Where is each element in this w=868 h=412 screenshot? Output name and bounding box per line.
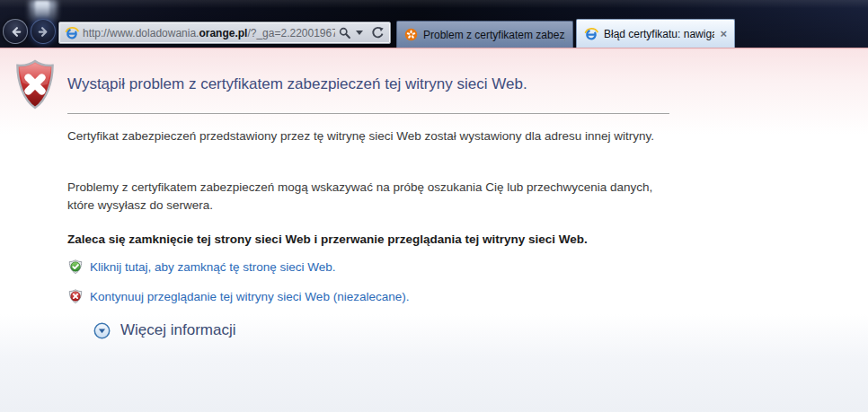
arrow-right-icon [37,25,50,39]
search-dropdown-caret-icon[interactable] [356,31,363,35]
refresh-icon[interactable] [371,26,385,39]
shield-red-x-icon [68,289,83,303]
paragraph-certificate-issued: Certyfikat zabezpieczeń przedstawiony pr… [67,127,656,145]
url-domain: orange.pl [199,27,247,39]
orange-flower-favicon-icon [404,28,418,41]
recommendation-text: Zaleca się zamknięcie tej strony sieci W… [67,232,714,246]
back-button[interactable] [3,19,28,44]
continue-browsing-link[interactable]: Kontynuuj przeglądanie tej witryny sieci… [90,290,409,303]
divider [67,113,669,114]
continue-link-row[interactable]: Kontynuuj przeglądanie tej witryny sieci… [68,289,409,303]
ie-logo-icon [65,26,79,40]
red-shield-error-icon [15,59,55,110]
close-page-link-row[interactable]: Kliknij tutaj, aby zamknąć tę stronę sie… [68,259,336,274]
paragraph-problems-warning: Problemy z certyfikatem zabezpieczeń mog… [67,179,656,215]
tab-label: Błąd certyfikatu: nawigacja ... [604,28,714,40]
page-title: Wystąpił problem z certyfikatem zabezpie… [67,75,642,93]
aero-glass-reflection-core [35,1,49,17]
close-page-link[interactable]: Kliknij tutaj, aby zamknąć tę stronę sie… [90,260,336,274]
more-info-expander[interactable]: Więcej informacji [93,321,235,339]
arrow-left-icon [9,25,22,39]
more-info-label: Więcej informacji [120,321,235,339]
tab-problem-z-certyfikatem[interactable]: Problem z certyfikatem zabezp... [396,21,573,48]
ie-logo-icon [584,27,598,41]
tab-blad-certyfikatu-active[interactable]: Błąd certyfikatu: nawigacja ... × [576,19,735,48]
address-bar[interactable]: http://www.doladowania.orange.pl/?_ga=2.… [58,22,391,44]
tab-close-icon[interactable]: × [720,28,727,39]
search-icon[interactable] [339,27,351,39]
url-text[interactable]: http://www.doladowania.orange.pl/?_ga=2.… [83,27,335,39]
url-suffix: /?_ga=2.220019673 [247,27,335,39]
shield-green-check-icon [68,259,83,274]
url-prefix: http://www.doladowania. [83,27,199,39]
browser-window: http://www.doladowania.orange.pl/?_ga=2.… [0,0,868,412]
forward-button[interactable] [31,19,56,44]
certificate-error-page: Wystąpił problem z certyfikatem zabezpie… [0,49,868,412]
tab-label: Problem z certyfikatem zabezp... [423,29,565,41]
circle-chevron-down-icon [93,322,111,339]
